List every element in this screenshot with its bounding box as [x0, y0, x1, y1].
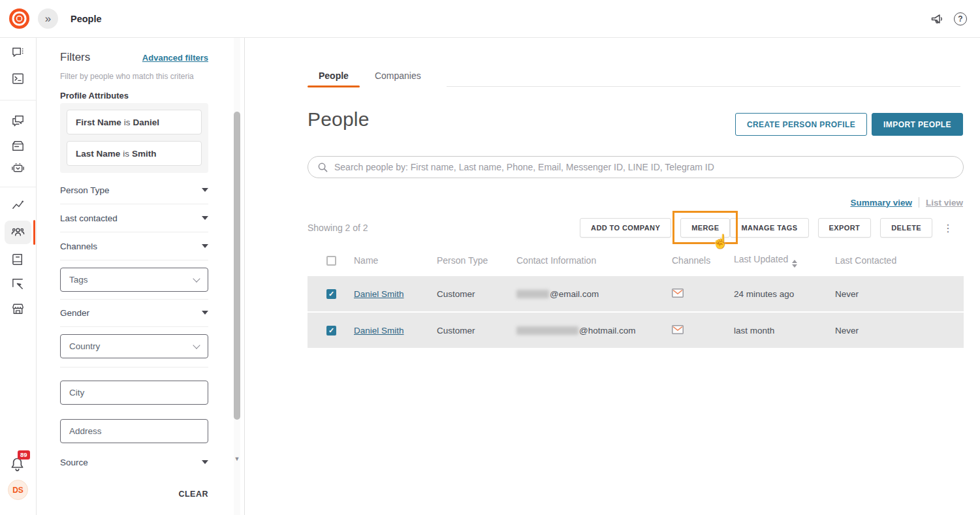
contact-info-cell: @hotmail.com	[516, 326, 672, 336]
person-name-link[interactable]: Daniel Smith	[354, 289, 404, 299]
column-header-name[interactable]: Name	[354, 255, 437, 266]
profile-attributes-heading: Profile Attributes	[60, 91, 129, 101]
table-header-row: Name Person Type Contact Information Cha…	[308, 245, 964, 275]
address-input[interactable]	[60, 419, 208, 443]
top-bar: » People ?	[0, 0, 980, 38]
filter-section-person-type[interactable]: Person Type	[60, 183, 208, 196]
sort-icon[interactable]	[792, 260, 797, 268]
main-content: People Companies People CREATE PERSON PR…	[245, 38, 980, 515]
city-input[interactable]	[60, 381, 208, 405]
clear-filters-button[interactable]: CLEAR	[60, 490, 208, 499]
create-person-profile-button[interactable]: CREATE PERSON PROFILE	[735, 113, 867, 136]
pointer-frame-icon[interactable]	[0, 277, 36, 292]
search-input[interactable]	[334, 162, 954, 172]
email-channel-icon[interactable]	[672, 289, 684, 298]
contacts-icon[interactable]	[0, 225, 36, 240]
filter-section-channels[interactable]: Channels	[60, 240, 208, 253]
chip-operator: is	[123, 149, 129, 159]
tab-people[interactable]: People	[308, 64, 360, 87]
notification-count-badge: 89	[18, 450, 30, 460]
chevron-down-icon	[193, 341, 200, 349]
person-type-cell: Customer	[437, 326, 516, 336]
merge-button[interactable]: MERGE	[680, 218, 730, 238]
announcements-megaphone-icon[interactable]	[930, 12, 944, 26]
filter-section-last-contacted[interactable]: Last contacted	[60, 211, 208, 225]
country-select[interactable]: Country	[60, 334, 208, 358]
chevron-down-icon	[202, 216, 208, 220]
person-type-cell: Customer	[437, 289, 516, 299]
filters-scrollbar-thumb[interactable]	[234, 112, 240, 420]
filter-chip-first-name[interactable]: First Name is Daniel	[67, 110, 202, 134]
chip-value: Smith	[132, 149, 157, 159]
select-all-checkbox[interactable]	[326, 256, 336, 266]
column-header-channels[interactable]: Channels	[672, 255, 734, 266]
last-contacted-cell: Never	[835, 326, 964, 336]
page-title: People	[308, 108, 370, 131]
add-to-company-button[interactable]: ADD TO COMPANY	[580, 218, 671, 238]
table-row[interactable]: Daniel Smith Customer @email.com 24 minu…	[308, 276, 964, 311]
bot-icon[interactable]	[0, 161, 36, 176]
attribute-chips-container: First Name is Daniel Last Name is Smith	[60, 103, 208, 173]
export-button[interactable]: EXPORT	[818, 218, 872, 238]
contact-info-cell: @email.com	[516, 289, 672, 299]
expand-sidebar-button[interactable]: »	[38, 8, 58, 29]
chip-value: Daniel	[133, 117, 160, 127]
masked-email-segment	[516, 326, 578, 335]
last-updated-cell: 24 minutes ago	[734, 289, 835, 299]
chip-field: Last Name	[76, 149, 120, 159]
masked-email-segment	[516, 290, 549, 298]
entity-tabs: People Companies	[308, 64, 960, 87]
delete-button[interactable]: DELETE	[880, 218, 932, 238]
page-breadcrumb-title: People	[71, 0, 102, 37]
row-checkbox[interactable]	[326, 326, 336, 336]
chevron-down-icon	[202, 460, 208, 464]
store-icon[interactable]	[0, 302, 36, 317]
user-avatar[interactable]: DS	[8, 480, 28, 500]
scrollbar-down-arrow-icon[interactable]: ▼	[234, 456, 240, 462]
tab-companies[interactable]: Companies	[364, 64, 432, 87]
filter-section-gender[interactable]: Gender	[60, 306, 208, 319]
chevron-down-icon	[202, 311, 208, 315]
tags-select[interactable]: Tags	[60, 268, 208, 292]
icon-sidebar: 89 DS	[0, 38, 37, 515]
inbox-icon[interactable]	[0, 138, 36, 153]
column-header-last-updated[interactable]: Last Updated	[734, 254, 835, 268]
chip-field: First Name	[76, 117, 121, 127]
chevron-down-icon	[202, 188, 208, 192]
column-header-person-type[interactable]: Person Type	[437, 255, 516, 266]
table-row[interactable]: Daniel Smith Customer @hotmail.com last …	[308, 313, 964, 348]
chevron-down-icon	[202, 244, 208, 248]
email-channel-icon[interactable]	[672, 325, 684, 334]
list-view-link[interactable]: List view	[926, 198, 963, 208]
notifications-bell-icon[interactable]: 89	[8, 456, 28, 475]
tabs-divider	[447, 86, 960, 87]
summary-view-link[interactable]: Summary view	[850, 198, 912, 208]
chevron-down-icon	[193, 275, 200, 282]
advanced-filters-link[interactable]: Advanced filters	[142, 53, 208, 63]
terminal-icon[interactable]	[0, 71, 36, 86]
duplicate-chats-icon[interactable]	[0, 114, 36, 129]
column-header-last-contacted[interactable]: Last Contacted	[835, 255, 964, 266]
filter-chip-last-name[interactable]: Last Name is Smith	[67, 141, 202, 166]
people-search-bar	[308, 156, 964, 178]
person-name-link[interactable]: Daniel Smith	[354, 326, 404, 336]
filters-title: Filters	[60, 51, 90, 64]
view-separator	[919, 197, 919, 208]
last-contacted-cell: Never	[835, 289, 964, 299]
row-checkbox[interactable]	[326, 289, 336, 299]
app-logo-icon[interactable]	[9, 8, 29, 29]
help-icon[interactable]: ?	[953, 12, 968, 26]
filter-section-source[interactable]: Source	[60, 456, 208, 469]
import-people-button[interactable]: IMPORT PEOPLE	[872, 113, 963, 136]
chat-dots-icon[interactable]	[0, 45, 36, 60]
line-chart-icon[interactable]	[0, 198, 36, 213]
manage-tags-button[interactable]: MANAGE TAGS	[730, 218, 808, 238]
search-icon	[317, 162, 328, 173]
chip-operator: is	[124, 117, 131, 127]
notebook-icon[interactable]	[0, 252, 36, 267]
filters-panel: Filters Advanced filters Filter by peopl…	[37, 38, 245, 515]
column-header-contact-information[interactable]: Contact Information	[516, 255, 672, 266]
more-actions-kebab-icon[interactable]: ⋮	[940, 218, 956, 238]
last-updated-cell: last month	[734, 326, 835, 336]
bulk-actions-toolbar: Showing 2 of 2 ADD TO COMPANY MERGE ☝ MA…	[308, 218, 964, 238]
